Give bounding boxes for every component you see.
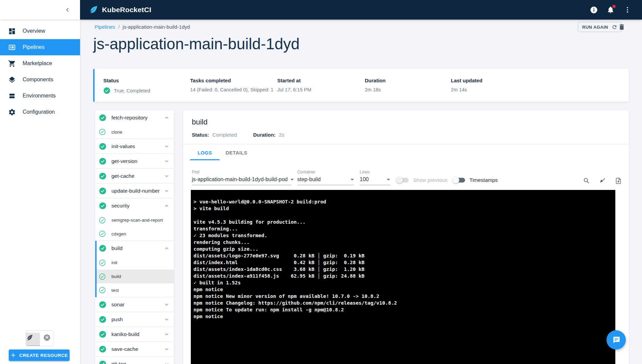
show-previous-toggle[interactable]: Show previous	[397, 177, 447, 183]
task-row-security[interactable]: security	[95, 198, 174, 213]
status-label: Status:	[192, 132, 209, 138]
task-row-save-cache[interactable]: save-cache	[95, 342, 174, 357]
sidebar-item-label: Overview	[23, 28, 45, 34]
notification-badge	[612, 5, 616, 8]
log-line: dist/assets/index-1da8cd0c.css 3.68 kB │…	[194, 266, 613, 273]
task-row-sonar[interactable]: sonar	[95, 297, 174, 312]
download-logs-button[interactable]	[614, 176, 623, 185]
check-filled-icon	[99, 301, 106, 308]
check-filled-icon	[99, 345, 106, 353]
check-filled-icon	[99, 331, 106, 338]
summary-label: Duration	[365, 78, 386, 83]
tab-details[interactable]: DETAILS	[220, 145, 253, 160]
check-outline-icon	[99, 230, 106, 237]
chevron-up-icon	[163, 203, 170, 209]
panel-divider	[183, 144, 629, 144]
task-row-get-version[interactable]: get-version	[95, 154, 174, 169]
search-logs-button[interactable]	[582, 176, 591, 185]
log-line	[194, 212, 613, 219]
pod-select[interactable]: js-application-main-build-1dyd-build-pod	[192, 176, 291, 185]
lines-select-field: Lines 100	[360, 170, 390, 185]
chat-icon	[612, 336, 621, 344]
task-label: save-cache	[111, 346, 163, 352]
container-select[interactable]: step-build	[297, 176, 354, 185]
container-value: step-build	[297, 176, 320, 183]
task-row-build-step-selected[interactable]: build	[97, 270, 174, 283]
check-filled-icon	[99, 187, 106, 195]
log-line: npm notice	[194, 313, 613, 320]
task-row-clone[interactable]: clone	[95, 125, 174, 139]
tab-logs[interactable]: LOGS	[190, 145, 220, 160]
check-outline-icon	[99, 217, 106, 224]
run-again-label: RUN AGAIN	[582, 25, 608, 30]
sidebar-item-overview[interactable]: Overview	[0, 23, 80, 39]
check-outline-icon	[99, 273, 106, 280]
sidebar-item-components[interactable]: Components	[0, 72, 80, 88]
summary-label: Started at	[277, 78, 311, 83]
breadcrumb-separator: /	[118, 24, 120, 30]
summary-label: Tasks completed	[190, 78, 274, 83]
task-label: update-build-number	[111, 188, 163, 194]
sidebar-item-environments[interactable]: Environments	[0, 88, 80, 104]
chat-fab-button[interactable]	[607, 330, 626, 349]
kebab-menu-button[interactable]	[623, 5, 632, 14]
check-outline-icon	[99, 129, 106, 135]
summary-value: 2m 18s	[365, 87, 381, 92]
log-line: dist/assets/index-a911f458.js 62.95 kB │…	[194, 273, 613, 279]
breadcrumb-link-pipelines[interactable]: Pipelines	[95, 24, 115, 30]
broom-icon	[599, 177, 606, 185]
timestamps-label: Timestamps	[469, 177, 498, 183]
task-row-kaniko-build[interactable]: kaniko-build	[95, 327, 174, 342]
create-resource-button[interactable]: CREATE RESOURCE	[9, 349, 70, 361]
log-line: vite v4.5.3 building for production...	[194, 219, 613, 225]
pod-select-field: Pod js-application-main-build-1dyd-build…	[192, 170, 291, 185]
task-row-push[interactable]: push	[95, 312, 174, 327]
task-label: build	[111, 274, 170, 279]
kebab-icon	[624, 6, 631, 13]
sidebar-item-configuration[interactable]: Configuration	[0, 104, 80, 120]
lines-value: 100	[360, 176, 369, 183]
app-title: KubeRocketCI	[102, 6, 151, 14]
view-mode-toggle-group	[26, 330, 54, 346]
task-row-update-build-number[interactable]: update-build-number	[95, 184, 174, 198]
task-row-cdxgen[interactable]: cdxgen	[95, 227, 174, 241]
app-screen: KubeRocketCI	[0, 0, 642, 364]
check-filled-icon	[99, 143, 106, 150]
task-row-init[interactable]: init	[97, 256, 174, 270]
timestamps-toggle[interactable]: Timestamps	[454, 177, 498, 183]
view-toggle-krci-button[interactable]	[26, 333, 40, 346]
pod-label: Pod	[192, 170, 291, 174]
run-again-button[interactable]: RUN AGAIN	[578, 22, 622, 32]
task-row-semgrep-scan-and-report[interactable]: semgrep-scan-and-report	[95, 213, 174, 227]
lines-select[interactable]: 100	[360, 176, 390, 185]
info-icon	[590, 6, 598, 14]
refresh-icon	[612, 24, 617, 30]
task-label: init	[111, 260, 170, 265]
task-label: test	[111, 288, 170, 293]
sidebar-item-pipelines[interactable]: Pipelines	[0, 39, 80, 55]
create-resource-label: CREATE RESOURCE	[19, 353, 68, 358]
collapse-sidebar-button[interactable]	[63, 5, 72, 14]
task-row-fetch-repository[interactable]: fetch-repository	[95, 110, 174, 125]
task-row-build-group[interactable]: build	[97, 241, 174, 256]
check-filled-icon	[99, 245, 106, 252]
delete-pipeline-button[interactable]	[617, 23, 626, 31]
chevron-down-icon	[163, 158, 170, 164]
log-line: dist/assets/logo-277e0e97.svg 0.28 kB │ …	[194, 252, 613, 259]
task-row-git-tag[interactable]: git-tag	[95, 357, 174, 364]
notifications-button[interactable]	[606, 5, 615, 14]
task-row-init-values[interactable]: init-values	[95, 139, 174, 154]
sidebar-item-label: Configuration	[23, 109, 55, 115]
view-toggle-kubernetes-button[interactable]	[40, 331, 54, 344]
summary-value: True, Completed	[114, 88, 150, 93]
task-label: security	[111, 203, 163, 209]
info-button[interactable]	[589, 5, 598, 14]
log-terminal[interactable]: > vue-hello-world@0.0.0-SNAPSHOT-2 build…	[191, 190, 615, 364]
caret-down-icon	[387, 179, 390, 180]
clear-logs-button[interactable]	[598, 176, 607, 185]
sidebar-item-marketplace[interactable]: Marketplace	[0, 55, 80, 72]
chevron-down-icon	[163, 173, 170, 179]
task-row-test[interactable]: test	[97, 283, 174, 297]
container-label: Container	[297, 170, 354, 174]
task-row-get-cache[interactable]: get-cache	[95, 169, 174, 184]
